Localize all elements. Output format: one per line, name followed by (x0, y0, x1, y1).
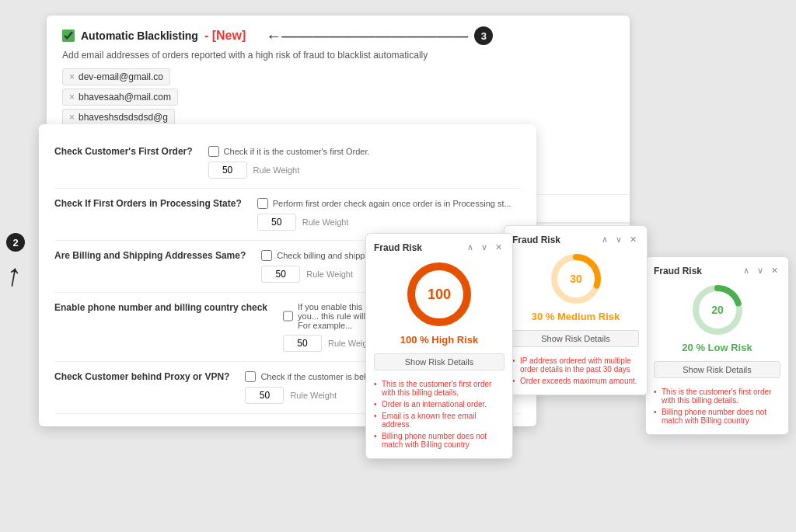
fraud-card-1-close[interactable]: ✕ (493, 242, 504, 253)
email-tag-2: ×bhavesaah@mail.com (62, 89, 178, 106)
rule-content-1: Check if it is the customer's first Orde… (208, 146, 521, 179)
fraud-card-2-show-details[interactable]: Show Risk Details (512, 330, 639, 347)
detail-1-1: This is the customer's first order with … (374, 378, 504, 398)
rule-desc-2: Perform first order check again once ord… (273, 199, 511, 208)
fraud-card-1-controls: ∧ ∨ ✕ (465, 242, 504, 253)
svg-text:20: 20 (711, 304, 724, 316)
rule-weight-input-5[interactable] (245, 387, 284, 404)
email-tag-1: ×dev-email@gmail.co (62, 68, 170, 85)
fraud-card-1-up[interactable]: ∧ (465, 242, 476, 253)
rule-weight-input-4[interactable] (283, 335, 322, 352)
donut-chart-3: 20 (690, 283, 745, 337)
fraud-card-medium-risk: Fraud Risk ∧ ∨ ✕ 30 30 % Medium Risk Sho… (504, 225, 648, 395)
rule-label-5: Check Customer behind Proxy or VPN? (54, 371, 229, 382)
rule-checkbox-5[interactable] (245, 371, 256, 382)
badge-3: 3 (474, 26, 493, 45)
rule-checkbox-2[interactable] (257, 198, 268, 209)
rule-checkbox-4[interactable] (283, 311, 293, 322)
fraud-card-1-header: Fraud Risk ∧ ∨ ✕ (374, 242, 504, 253)
detail-1-2: Order is an international order. (374, 398, 504, 410)
rule-label-3: Are Billing and Shipping Addresses Same? (54, 250, 246, 261)
fraud-card-2-risk-label: 30 % Medium Risk (512, 311, 639, 322)
detail-1-4: Billing phone number does not match with… (374, 430, 504, 450)
svg-text:30: 30 (570, 273, 582, 285)
badge-2: 2 (6, 233, 25, 252)
svg-text:100: 100 (428, 287, 451, 302)
rule-desc-1: Check if it is the customer's first Orde… (224, 147, 370, 156)
detail-2-1: IP address ordered with multiple order d… (512, 355, 639, 375)
fraud-card-2-close[interactable]: ✕ (627, 234, 639, 245)
badge-2-container: 2 ↑ (6, 233, 25, 290)
rule-weight-label-2: Rule Weight (302, 217, 349, 227)
fraud-card-3-up[interactable]: ∧ (741, 265, 752, 276)
detail-3-1: This is the customer's first order with … (654, 386, 780, 406)
fraud-card-3-risk-label: 20 % Low Risk (654, 342, 780, 353)
fraud-card-high-risk: Fraud Risk ∧ ∨ ✕ 100 100 % High Risk Sho… (365, 233, 513, 459)
rule-weight-label-1: Rule Weight (253, 165, 300, 175)
detail-1-3: Email is a known free email address. (374, 410, 504, 430)
blacklist-checkbox[interactable] (62, 30, 75, 42)
fraud-card-2-title: Fraud Risk (512, 235, 560, 245)
rule-content-2: Perform first order check again once ord… (257, 198, 521, 231)
rule-weight-label-5: Rule Weight (290, 391, 337, 400)
fraud-card-3-down[interactable]: ∨ (755, 265, 766, 276)
fraud-card-low-risk: Fraud Risk ∧ ∨ ✕ 20 20 % Low Risk Show R… (645, 256, 789, 435)
blacklist-title: Automatic Blacklisting (81, 30, 198, 42)
fraud-card-1-risk-label: 100 % High Risk (374, 334, 504, 346)
blacklist-header: Automatic Blacklisting - [New] ←————————… (62, 26, 614, 45)
detail-3-2: Billing phone number does not match with… (654, 406, 780, 426)
detail-2-2: Order exceeds maximum amount. (512, 375, 639, 387)
rule-weight-input-3[interactable] (261, 266, 300, 283)
fraud-card-2-controls: ∧ ∨ ✕ (599, 234, 639, 245)
fraud-card-3-close[interactable]: ✕ (769, 265, 780, 276)
donut-chart-1: 100 (404, 259, 474, 329)
fraud-card-3-details: This is the customer's first order with … (654, 386, 780, 426)
rule-weight-label-3: Rule Weight (306, 269, 353, 279)
fraud-card-1-details: This is the customer's first order with … (374, 378, 504, 450)
rule-label-1: Check Customer's First Order? (54, 146, 193, 157)
fraud-card-1-title: Fraud Risk (374, 242, 422, 253)
fraud-card-3-header: Fraud Risk ∧ ∨ ✕ (654, 265, 780, 276)
fraud-card-1-show-details[interactable]: Show Risk Details (374, 353, 504, 370)
fraud-card-2-down[interactable]: ∨ (613, 234, 624, 245)
fraud-card-3-title: Fraud Risk (654, 266, 702, 276)
rule-label-2: Check If First Orders in Processing Stat… (54, 198, 242, 209)
rule-checkbox-1[interactable] (208, 146, 219, 157)
fraud-card-2-chart: 30 (512, 252, 639, 306)
donut-chart-2: 30 (549, 252, 603, 306)
fraud-card-1-down[interactable]: ∨ (479, 242, 490, 253)
rule-checkbox-3[interactable] (261, 250, 272, 261)
fraud-card-2-details: IP address ordered with multiple order d… (512, 355, 639, 387)
rule-label-4: Enable phone number and billing country … (54, 302, 267, 313)
rule-weight-input-2[interactable] (257, 214, 296, 231)
fraud-card-2-header: Fraud Risk ∧ ∨ ✕ (512, 234, 639, 245)
blacklist-description: Add email addresses of orders reported w… (62, 50, 614, 61)
rule-weight-input-1[interactable] (208, 162, 247, 179)
fraud-card-3-controls: ∧ ∨ ✕ (741, 265, 780, 276)
rule-row-1: Check Customer's First Order? Check if i… (54, 137, 521, 189)
fraud-card-1-chart: 100 (374, 259, 504, 329)
fraud-card-2-up[interactable]: ∧ (599, 234, 610, 245)
fraud-card-3-show-details[interactable]: Show Risk Details (654, 361, 780, 378)
email-tag-3: ×bhaveshsdsdsdsd@g (62, 109, 175, 126)
arrow-right-3: ←———————————— (266, 27, 468, 45)
blacklist-new-badge: - [New] (204, 29, 246, 43)
fraud-card-3-chart: 20 (654, 283, 780, 337)
